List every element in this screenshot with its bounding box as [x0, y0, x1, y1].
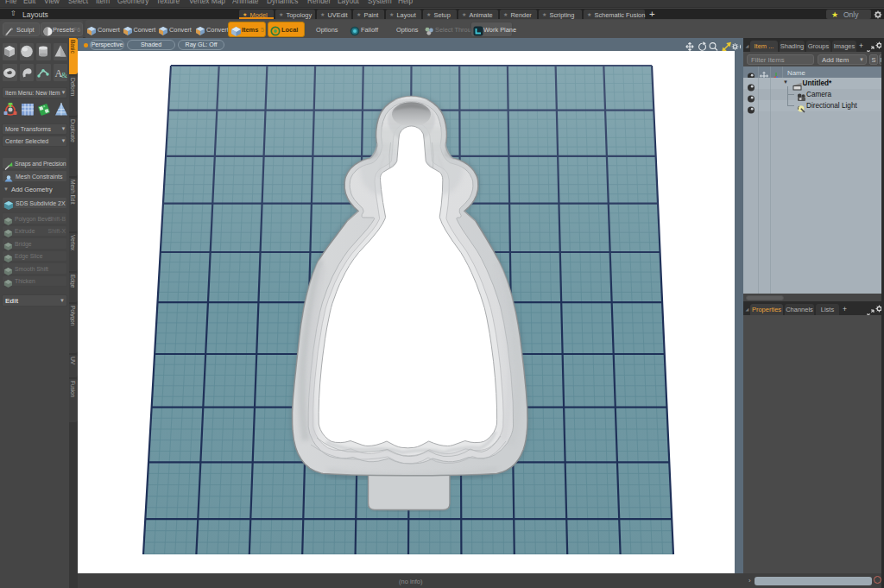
svg-text:&: & — [61, 71, 67, 79]
